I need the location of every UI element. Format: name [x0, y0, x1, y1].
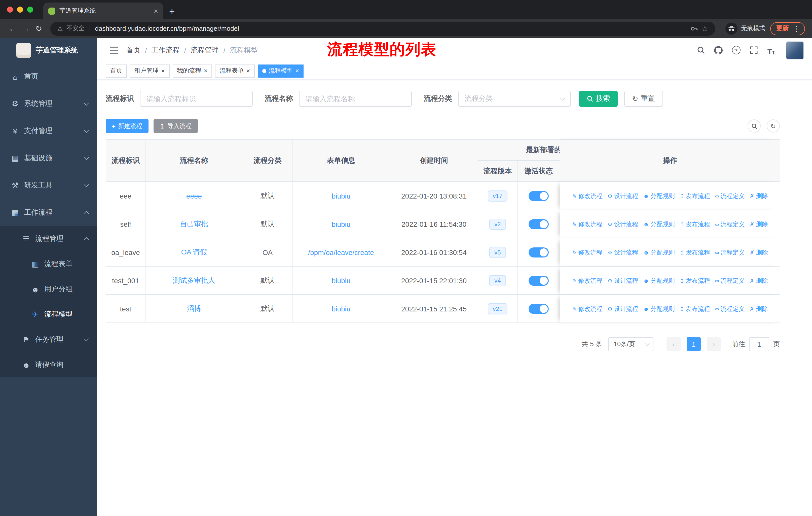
breadcrumb-item[interactable]: 流程管理 [191, 46, 219, 55]
publish-model-action[interactable]: ↥发布流程 [679, 192, 710, 200]
breadcrumb-item[interactable]: 流程模型 [230, 46, 258, 55]
security-label[interactable]: 不安全 [66, 24, 85, 33]
tag-close-icon[interactable]: × [246, 67, 250, 74]
sidebar-item-workflow[interactable]: ▦工作流程 [0, 199, 97, 226]
delete-model-action[interactable]: ✗删除 [750, 192, 768, 200]
sidebar-item-system-management[interactable]: ⚙系统管理 [0, 90, 97, 117]
assign-rule-action[interactable]: ☻分配规则 [643, 192, 674, 200]
tag-流程表单[interactable]: 流程表单× [215, 64, 255, 77]
active-toggle[interactable] [529, 275, 549, 286]
active-toggle[interactable] [529, 191, 549, 201]
active-toggle[interactable] [529, 304, 549, 314]
next-page-button[interactable]: › [707, 337, 721, 351]
refresh-table-button[interactable]: ↻ [767, 119, 780, 133]
model-name-input[interactable] [299, 91, 412, 107]
tag-close-icon[interactable]: × [204, 67, 207, 74]
reload-icon[interactable]: ↻ [32, 24, 45, 33]
app-logo[interactable]: 芋道管理系统 [0, 38, 97, 63]
search-icon[interactable] [696, 45, 706, 55]
model-name-link[interactable]: OA 请假 [181, 248, 207, 256]
url-text[interactable]: dashboard.yudao.iocoder.cn/bpm/manager/m… [95, 25, 687, 32]
tag-close-icon[interactable]: × [295, 67, 299, 74]
process-definition-action[interactable]: ∞流程定义 [715, 192, 745, 200]
publish-model-action[interactable]: ↥发布流程 [679, 305, 710, 313]
edit-model-action[interactable]: ✎修改流程 [572, 276, 602, 285]
design-model-action[interactable]: ⚙设计流程 [607, 192, 638, 200]
delete-model-action[interactable]: ✗删除 [750, 220, 768, 228]
address-bar[interactable]: ⚠ 不安全 dashboard.yudao.iocoder.cn/bpm/man… [50, 21, 715, 35]
assign-rule-action[interactable]: ☻分配规则 [643, 276, 674, 285]
search-button[interactable]: 搜索 [579, 91, 618, 107]
browser-tab[interactable]: 芋道管理系统 × [43, 2, 163, 19]
page-number-button[interactable]: 1 [687, 337, 701, 351]
reset-button[interactable]: ↻ 重置 [624, 91, 663, 107]
tag-流程模型[interactable]: 流程模型× [258, 64, 304, 77]
sidebar-item-payment-management[interactable]: ¥支付管理 [0, 117, 97, 145]
bookmark-star-icon[interactable]: ☆ [701, 24, 708, 33]
form-info-link[interactable]: /bpm/oa/leave/create [308, 248, 374, 256]
category-select[interactable]: 流程分类 [458, 91, 571, 107]
active-toggle[interactable] [529, 247, 549, 257]
sidebar-item-task-management[interactable]: ⚑任务管理 [0, 327, 97, 352]
sidebar-item-user-group[interactable]: ☻用户分组 [0, 277, 97, 302]
breadcrumb-item[interactable]: 首页 [126, 46, 141, 55]
process-definition-action[interactable]: ∞流程定义 [715, 305, 745, 313]
form-info-link[interactable]: biubiu [332, 276, 351, 284]
design-model-action[interactable]: ⚙设计流程 [607, 276, 638, 285]
design-model-action[interactable]: ⚙设计流程 [607, 248, 638, 257]
model-key-input[interactable] [140, 91, 253, 107]
sidebar-item-paper-plane[interactable]: ✈流程模型 [0, 302, 97, 327]
publish-model-action[interactable]: ↥发布流程 [679, 248, 710, 257]
edit-model-action[interactable]: ✎修改流程 [572, 305, 602, 313]
process-definition-action[interactable]: ∞流程定义 [715, 220, 745, 228]
github-icon[interactable] [713, 45, 723, 55]
password-key-icon[interactable] [690, 24, 698, 32]
user-avatar[interactable] [786, 41, 804, 59]
model-name-link[interactable]: 滔博 [187, 304, 201, 312]
sidebar-item-process-management[interactable]: ☰流程管理 [0, 226, 97, 251]
edit-model-action[interactable]: ✎修改流程 [572, 220, 602, 228]
model-name-link[interactable]: eeee [186, 192, 202, 200]
window-minimize-button[interactable] [17, 6, 23, 12]
form-info-link[interactable]: biubiu [332, 305, 351, 313]
assign-rule-action[interactable]: ☻分配规则 [643, 220, 674, 228]
delete-model-action[interactable]: ✗删除 [750, 305, 768, 313]
process-definition-action[interactable]: ∞流程定义 [715, 276, 745, 285]
tag-我的流程[interactable]: 我的流程× [172, 64, 212, 77]
form-info-link[interactable]: biubiu [332, 192, 351, 200]
sidebar-item-home[interactable]: ⌂首页 [0, 63, 97, 90]
import-model-button[interactable]: ↥ 导入流程 [153, 119, 198, 133]
tag-租户管理[interactable]: 租户管理× [130, 64, 169, 77]
model-name-link[interactable]: 测试多审批人 [173, 276, 215, 284]
sidebar-collapse-icon[interactable] [109, 46, 118, 54]
assign-rule-action[interactable]: ☻分配规则 [643, 305, 674, 313]
fullscreen-icon[interactable] [749, 45, 759, 55]
edit-model-action[interactable]: ✎修改流程 [572, 192, 602, 200]
tag-首页[interactable]: 首页 [106, 64, 127, 77]
sidebar-item-infrastructure[interactable]: ▤基础设施 [0, 145, 97, 172]
delete-model-action[interactable]: ✗删除 [750, 248, 768, 257]
sidebar-item-leave-query[interactable]: ☻请假查询 [0, 352, 97, 377]
tag-close-icon[interactable]: × [161, 67, 165, 74]
assign-rule-action[interactable]: ☻分配规则 [643, 248, 674, 257]
browser-menu-icon[interactable]: ⋮ [793, 24, 800, 32]
form-info-link[interactable]: biubiu [332, 220, 351, 228]
back-icon[interactable]: ← [6, 24, 19, 33]
font-size-icon[interactable]: TT [766, 45, 776, 55]
breadcrumb-item[interactable]: 工作流程 [151, 46, 180, 55]
prev-page-button[interactable]: ‹ [667, 337, 680, 351]
model-name-link[interactable]: 自己审批 [180, 219, 208, 227]
sidebar-item-process-form[interactable]: ▥流程表单 [0, 251, 97, 277]
goto-page-input[interactable] [749, 337, 769, 351]
toggle-search-button[interactable] [748, 119, 761, 133]
sidebar-item-dev-tools[interactable]: ⚒研发工具 [0, 172, 97, 199]
publish-model-action[interactable]: ↥发布流程 [679, 220, 710, 228]
new-tab-button[interactable]: + [169, 6, 175, 16]
delete-model-action[interactable]: ✗删除 [750, 276, 768, 285]
page-size-select[interactable]: 10条/页 [608, 337, 654, 351]
forward-icon[interactable]: → [19, 24, 32, 33]
active-toggle[interactable] [529, 219, 549, 229]
update-button[interactable]: 更新 ⋮ [770, 22, 805, 35]
design-model-action[interactable]: ⚙设计流程 [607, 305, 638, 313]
publish-model-action[interactable]: ↥发布流程 [679, 276, 710, 285]
